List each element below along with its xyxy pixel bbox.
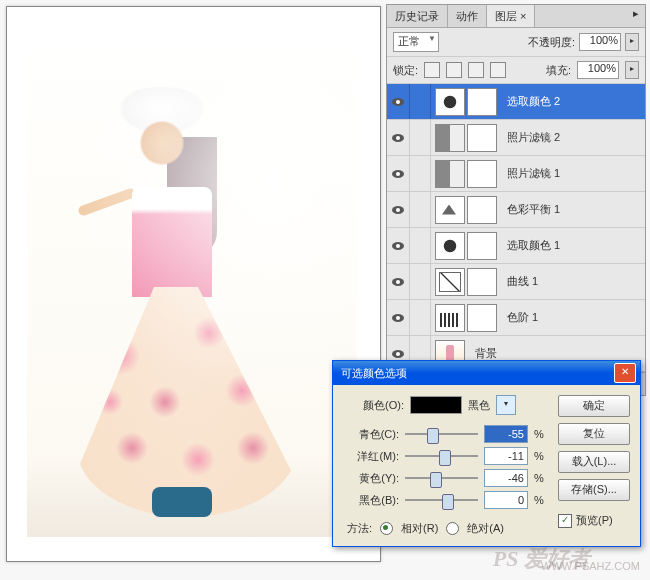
percent-label: % <box>534 494 548 506</box>
layer-name[interactable]: 选取颜色 1 <box>501 238 645 253</box>
slider-label: 黑色(B): <box>343 493 399 508</box>
layer-row[interactable]: 曲线 1 <box>387 264 645 300</box>
layer-row[interactable]: 照片滤镜 1 <box>387 156 645 192</box>
visibility-icon[interactable] <box>387 228 410 263</box>
preview-checkbox[interactable]: ✓ <box>558 514 572 528</box>
color-swatch <box>410 396 462 414</box>
layer-row[interactable]: 色彩平衡 1 <box>387 192 645 228</box>
visibility-icon[interactable] <box>387 192 410 227</box>
close-icon[interactable]: ✕ <box>614 363 636 383</box>
link-column[interactable] <box>410 228 431 263</box>
visibility-icon[interactable] <box>387 264 410 299</box>
link-column[interactable] <box>410 120 431 155</box>
visibility-icon[interactable] <box>387 120 410 155</box>
highlight-glow <box>27 27 357 537</box>
slider-thumb[interactable] <box>430 472 442 488</box>
lock-all-icon[interactable] <box>490 62 506 78</box>
layer-mask-thumbnail[interactable] <box>467 268 497 296</box>
slider-thumb[interactable] <box>439 450 451 466</box>
slider-value-input[interactable]: 0 <box>484 491 528 509</box>
document-canvas[interactable] <box>6 6 381 562</box>
colors-label: 颜色(O): <box>363 398 404 413</box>
layer-row[interactable]: 选取颜色 2 <box>387 84 645 120</box>
tab-history[interactable]: 历史记录 <box>387 5 448 27</box>
blend-mode-select[interactable]: 正常 <box>393 32 439 52</box>
layer-name[interactable]: 色阶 1 <box>501 310 645 325</box>
tab-layers-label: 图层 <box>495 10 517 22</box>
fill-input[interactable]: 100% <box>577 61 619 79</box>
panel-menu-icon[interactable]: ▸ <box>627 5 645 27</box>
layer-mask-thumbnail[interactable] <box>467 88 497 116</box>
method-label: 方法: <box>347 521 372 536</box>
layer-thumbnail[interactable] <box>435 160 465 188</box>
layer-name[interactable]: 照片滤镜 2 <box>501 130 645 145</box>
lock-transparency-icon[interactable] <box>424 62 440 78</box>
slider-thumb[interactable] <box>442 494 454 510</box>
link-column[interactable] <box>410 156 431 191</box>
tab-actions[interactable]: 动作 <box>448 5 487 27</box>
fill-stepper[interactable]: ▸ <box>625 61 639 79</box>
layer-mask-thumbnail[interactable] <box>467 232 497 260</box>
dialog-title: 可选颜色选项 <box>341 366 407 381</box>
layer-thumbnail[interactable] <box>435 304 465 332</box>
layer-mask-thumbnail[interactable] <box>467 124 497 152</box>
visibility-icon[interactable] <box>387 84 410 119</box>
slider-label: 洋红(M): <box>343 449 399 464</box>
slider-label: 青色(C): <box>343 427 399 442</box>
slider-thumb[interactable] <box>427 428 439 444</box>
radio-relative[interactable] <box>380 522 393 535</box>
relative-label: 相对(R) <box>401 521 438 536</box>
tab-layers[interactable]: 图层 × <box>487 5 535 27</box>
layers-panel: 历史记录 动作 图层 × ▸ 正常 不透明度: 100% ▸ 锁定: 填充: 1… <box>386 4 646 396</box>
visibility-icon[interactable] <box>387 156 410 191</box>
fill-label: 填充: <box>546 63 571 78</box>
slider-value-input[interactable]: -55 <box>484 425 528 443</box>
slider-label: 黄色(Y): <box>343 471 399 486</box>
layer-thumbnail[interactable] <box>435 196 465 224</box>
slider-track[interactable] <box>405 470 478 486</box>
layer-name[interactable]: 选取颜色 2 <box>501 94 645 109</box>
color-dropdown[interactable]: ▾ <box>496 395 516 415</box>
lock-label: 锁定: <box>393 63 418 78</box>
layer-row[interactable]: 色阶 1 <box>387 300 645 336</box>
layer-name[interactable]: 色彩平衡 1 <box>501 202 645 217</box>
visibility-icon[interactable] <box>387 300 410 335</box>
link-column[interactable] <box>410 300 431 335</box>
photo-content <box>27 27 357 537</box>
preview-label: 预览(P) <box>576 513 613 528</box>
layer-thumbnail[interactable] <box>435 232 465 260</box>
color-name: 黑色 <box>468 398 490 413</box>
absolute-label: 绝对(A) <box>467 521 504 536</box>
ok-button[interactable]: 确定 <box>558 395 630 417</box>
slider-value-input[interactable]: -46 <box>484 469 528 487</box>
save-button[interactable]: 存储(S)... <box>558 479 630 501</box>
layer-mask-thumbnail[interactable] <box>467 196 497 224</box>
link-column[interactable] <box>410 264 431 299</box>
percent-label: % <box>534 428 548 440</box>
cancel-button[interactable]: 复位 <box>558 423 630 445</box>
percent-label: % <box>534 450 548 462</box>
layer-mask-thumbnail[interactable] <box>467 160 497 188</box>
layer-name[interactable]: 背景 <box>469 346 645 361</box>
layer-name[interactable]: 曲线 1 <box>501 274 645 289</box>
slider-track[interactable] <box>405 492 478 508</box>
dialog-titlebar[interactable]: 可选颜色选项 ✕ <box>333 361 640 385</box>
layer-name[interactable]: 照片滤镜 1 <box>501 166 645 181</box>
lock-pixels-icon[interactable] <box>446 62 462 78</box>
layer-row[interactable]: 选取颜色 1 <box>387 228 645 264</box>
slider-track[interactable] <box>405 448 478 464</box>
layer-mask-thumbnail[interactable] <box>467 304 497 332</box>
layer-row[interactable]: 照片滤镜 2 <box>387 120 645 156</box>
layer-thumbnail[interactable] <box>435 124 465 152</box>
opacity-input[interactable]: 100% <box>579 33 621 51</box>
layer-thumbnail[interactable] <box>435 88 465 116</box>
slider-value-input[interactable]: -11 <box>484 447 528 465</box>
link-column[interactable] <box>410 84 431 119</box>
radio-absolute[interactable] <box>446 522 459 535</box>
opacity-stepper[interactable]: ▸ <box>625 33 639 51</box>
link-column[interactable] <box>410 192 431 227</box>
lock-position-icon[interactable] <box>468 62 484 78</box>
layer-thumbnail[interactable] <box>435 268 465 296</box>
slider-track[interactable] <box>405 426 478 442</box>
load-button[interactable]: 载入(L)... <box>558 451 630 473</box>
